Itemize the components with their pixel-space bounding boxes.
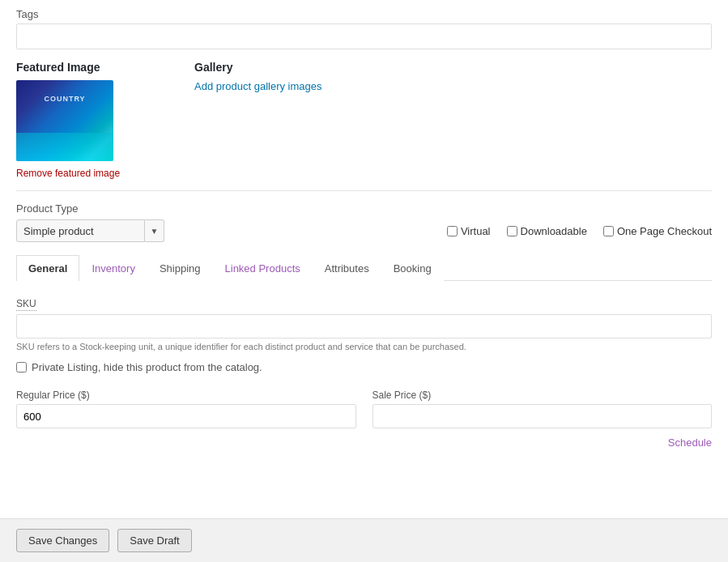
page-container: Tags Featured Image Remove featured imag… (0, 0, 728, 562)
product-type-select-wrapper: Simple product Variable product Grouped … (16, 219, 164, 242)
tabs-wrapper: General Inventory Shipping Linked Produc… (16, 255, 712, 281)
tags-label: Tags (16, 8, 712, 20)
sku-hint: SKU refers to a Stock-keeping unit, a un… (16, 342, 712, 351)
regular-price-field: Regular Price ($) (16, 390, 356, 428)
regular-price-label: Regular Price ($) (16, 390, 356, 401)
product-type-select-arrow[interactable]: ▼ (145, 219, 164, 242)
virtual-checkbox[interactable] (447, 226, 458, 236)
footer-spacer (16, 462, 712, 510)
private-listing-label: Private Listing, hide this product from … (16, 361, 712, 373)
tab-booking[interactable]: Booking (381, 255, 444, 281)
tab-linked-products[interactable]: Linked Products (213, 255, 313, 281)
sale-price-field: Sale Price ($) (373, 390, 713, 428)
virtual-label: Virtual (461, 225, 491, 237)
one-page-checkout-label: One Page Checkout (617, 225, 712, 237)
downloadable-checkbox-item: Downloadable (507, 225, 587, 237)
product-type-select[interactable]: Simple product Variable product Grouped … (16, 219, 145, 242)
product-type-checkbox-group: Virtual Downloadable One Page Checkout (447, 225, 712, 237)
product-type-section: Product Type Simple product Variable pro… (16, 202, 712, 242)
price-row: Regular Price ($) Sale Price ($) (16, 390, 712, 428)
featured-image-thumbnail[interactable] (16, 80, 113, 161)
downloadable-checkbox[interactable] (507, 226, 517, 236)
private-listing-checkbox[interactable] (16, 362, 27, 373)
featured-image-section: Featured Image Remove featured image (16, 61, 178, 179)
remove-featured-image-link[interactable]: Remove featured image (16, 168, 120, 179)
schedule-link[interactable]: Schedule (16, 436, 712, 449)
image-row: Featured Image Remove featured image Gal… (16, 61, 712, 179)
tags-section: Tags (16, 8, 712, 49)
save-draft-button[interactable]: Save Draft (117, 529, 191, 552)
sale-price-label: Sale Price ($) (373, 390, 713, 401)
downloadable-label: Downloadable (521, 225, 587, 237)
gallery-label: Gallery (194, 61, 712, 74)
sku-section: SKU SKU refers to a Stock-keeping unit, … (16, 297, 712, 351)
gallery-section: Gallery Add product gallery images (194, 61, 712, 179)
tab-inventory[interactable]: Inventory (79, 255, 147, 281)
divider-1 (16, 190, 712, 191)
one-page-checkout-checkbox[interactable] (603, 226, 614, 236)
tab-attributes[interactable]: Attributes (313, 255, 381, 281)
one-page-checkout-checkbox-item: One Page Checkout (603, 225, 712, 237)
private-listing-text: Private Listing, hide this product from … (32, 361, 262, 373)
featured-image-label: Featured Image (16, 61, 178, 74)
virtual-checkbox-item: Virtual (447, 225, 491, 237)
product-type-label: Product Type (16, 202, 712, 215)
sku-label: SKU (16, 298, 36, 311)
footer-bar: Save Changes Save Draft (0, 518, 728, 562)
tab-general[interactable]: General (16, 255, 79, 281)
regular-price-input[interactable] (16, 404, 356, 428)
product-type-row: Simple product Variable product Grouped … (16, 219, 712, 242)
sale-price-input[interactable] (373, 404, 713, 428)
tabs-list: General Inventory Shipping Linked Produc… (16, 255, 712, 280)
add-gallery-images-link[interactable]: Add product gallery images (194, 80, 322, 92)
save-changes-button[interactable]: Save Changes (16, 529, 109, 552)
tags-input[interactable] (16, 23, 712, 49)
sku-input[interactable] (16, 314, 712, 338)
tab-shipping[interactable]: Shipping (147, 255, 213, 281)
